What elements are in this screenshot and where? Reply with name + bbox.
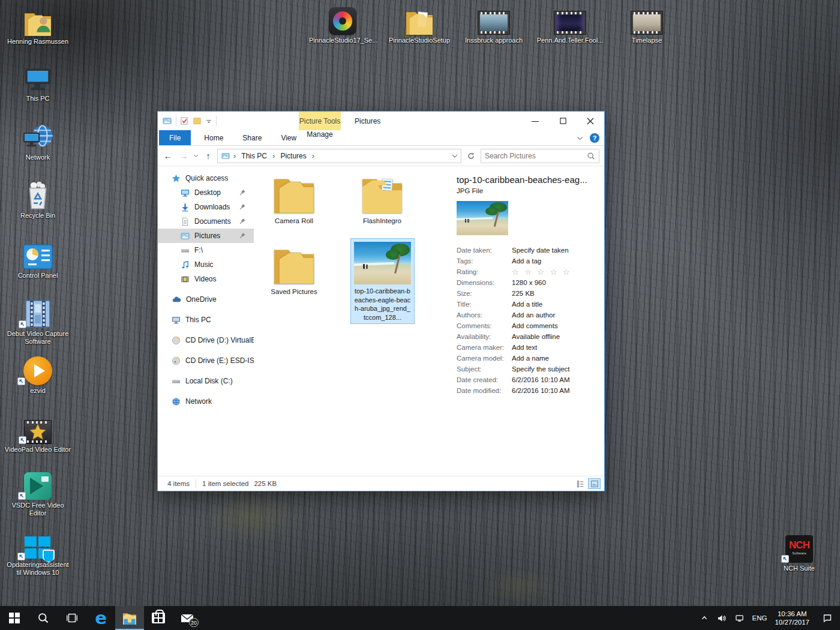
file-explorer-taskbar-button[interactable]	[115, 606, 144, 630]
clock-time: 10:36 AM	[775, 610, 809, 618]
sidebar-item-downloads[interactable]: Downloads	[158, 200, 254, 214]
desktop-icon-label: PinnacleStudio17_Se...	[309, 37, 376, 44]
sidebar-item-this-pc[interactable]: This PC	[158, 313, 254, 327]
breadcrumb-chevron: ›	[233, 151, 236, 160]
ribbon-tab-strip: File Home Share View Manage ?	[158, 130, 604, 146]
breadcrumb-this-pc[interactable]: This PC	[241, 152, 267, 160]
sidebar-item-local-disk-c[interactable]: Local Disk (C:)	[158, 374, 254, 388]
desktop-icon-pinnaclestudiosetup[interactable]: PinnacleStudioSetup	[386, 5, 453, 44]
forward-button[interactable]: →	[177, 151, 190, 161]
details-file-title: top-10-caribbean-beaches-eag...	[457, 175, 597, 185]
nch-suite-icon: NCHSoftware	[766, 533, 833, 563]
ribbon-tab-manage[interactable]: Manage	[299, 130, 341, 139]
desktop-icon-windows-update-assistant[interactable]: Opdateringsassistent til Windows 10	[4, 529, 71, 577]
picture-tools-contextual-tab[interactable]: Picture Tools	[299, 112, 341, 130]
detail-row-date-created: Date created:6/2/2016 10:10 AM	[457, 374, 597, 385]
sidebar-item-pictures[interactable]: Pictures	[158, 229, 254, 243]
sidebar-item-onedrive[interactable]: OneDrive	[158, 292, 254, 307]
sidebar-item-music[interactable]: Music	[158, 257, 254, 272]
setup-folder-icon	[386, 5, 453, 35]
sidebar-item-cd-drive-e[interactable]: CD Drive (E:) ESD-ISO	[158, 353, 254, 368]
shortcut-arrow-icon	[18, 492, 26, 500]
windows-logo-icon	[9, 613, 20, 623]
details-pane: top-10-caribbean-beaches-eag... JPG File…	[449, 166, 604, 475]
rating-stars[interactable]: ☆ ☆ ☆ ☆ ☆	[512, 268, 572, 277]
language-indicator[interactable]: ENG	[752, 614, 767, 622]
title-bar: Picture Tools Pictures —	[158, 112, 604, 130]
start-button[interactable]	[0, 606, 29, 630]
desktop-icon-label: Debut Video Capture Software	[4, 330, 71, 346]
address-bar[interactable]: › This PC › Pictures ›	[217, 149, 461, 163]
refresh-button[interactable]	[464, 149, 478, 163]
help-button[interactable]: ?	[590, 133, 599, 143]
music-icon	[181, 260, 190, 269]
folder-tile-camera-roll[interactable]: Camera Roll	[255, 173, 333, 224]
sidebar-item-quick-access[interactable]: Quick access	[158, 171, 254, 185]
desktop-icon-henning-rasmussen[interactable]: Henning Rasmussen	[4, 6, 71, 46]
close-button[interactable]	[577, 112, 604, 130]
volume-icon[interactable]	[716, 614, 727, 623]
new-folder-button[interactable]	[193, 116, 202, 125]
up-button[interactable]: ↑	[202, 151, 215, 161]
status-bar: 4 items 1 item selected 225 KB	[158, 476, 604, 491]
recent-locations-chevron-icon[interactable]	[193, 152, 199, 159]
desktop-icon-debut[interactable]: Debut Video Capture Software	[4, 298, 71, 346]
action-center-icon[interactable]	[822, 613, 833, 623]
desktop-icon-label: Henning Rasmussen	[4, 38, 71, 46]
back-button[interactable]: ←	[161, 151, 175, 161]
desktop-icon-nch-suite[interactable]: NCHSoftware NCH Suite	[766, 533, 833, 572]
sidebar-item-cd-drive-d[interactable]: CD Drive (D:) VirtualB	[158, 333, 254, 347]
details-view-button[interactable]	[574, 478, 587, 489]
desktop-icon-control-panel[interactable]: Control Panel	[4, 240, 71, 280]
desktop-icon-pinnaclestudio17[interactable]: PinnacleStudio17_Se...	[309, 5, 376, 44]
breadcrumb-pictures[interactable]: Pictures	[280, 152, 306, 160]
pin-icon	[239, 189, 246, 196]
ezvid-icon	[4, 355, 71, 385]
sidebar-item-videos[interactable]: Videos	[158, 272, 254, 286]
task-view-button[interactable]	[58, 606, 86, 630]
maximize-button[interactable]	[549, 112, 577, 130]
minimize-button[interactable]: —	[521, 112, 549, 130]
sidebar-item-f-drive[interactable]: F:\	[158, 243, 254, 257]
folder-tile-flashintegro[interactable]: FlashIntegro	[343, 173, 421, 224]
file-list: Camera Roll Fla	[254, 166, 449, 475]
network-tray-icon[interactable]	[734, 614, 745, 623]
expand-ribbon-chevron-icon[interactable]	[576, 134, 584, 142]
ribbon-tab-home[interactable]: Home	[194, 130, 233, 145]
store-taskbar-button[interactable]	[144, 606, 173, 630]
search-input[interactable]	[485, 152, 583, 160]
vsdc-icon	[4, 470, 71, 500]
taskbar: e 20 ENG 10:36 AM 10/27/2017	[0, 606, 840, 630]
ribbon-tab-file[interactable]: File	[159, 130, 191, 145]
folder-tile-saved-pictures[interactable]: Saved Pictures	[255, 244, 333, 295]
sidebar-item-network[interactable]: Network	[158, 394, 254, 409]
mail-taskbar-button[interactable]: 20	[173, 606, 202, 630]
file-name: Saved Pictures	[255, 288, 333, 295]
local-disk-icon	[172, 377, 181, 386]
image-tile-selected[interactable]: top-10-caribbean-beaches-eagle-beach-aru…	[350, 238, 415, 324]
large-icons-view-button[interactable]	[588, 478, 601, 489]
taskbar-clock[interactable]: 10:36 AM 10/27/2017	[775, 610, 809, 626]
ribbon-tab-share[interactable]: Share	[233, 130, 271, 145]
sidebar-item-desktop[interactable]: Desktop	[158, 185, 254, 200]
desktop-icon-recycle-bin[interactable]: Recycle Bin	[4, 180, 71, 220]
recycle-bin-icon	[4, 180, 71, 210]
taskbar-search-button[interactable]	[29, 606, 58, 630]
explorer-app-icon[interactable]	[162, 116, 172, 125]
show-hidden-icons-chevron[interactable]	[700, 614, 709, 622]
desktop-icon-timelapse[interactable]: Timelapse	[613, 5, 680, 44]
search-icon[interactable]	[587, 152, 595, 160]
desktop-icon-network[interactable]: Network	[4, 122, 71, 161]
sidebar-item-documents[interactable]: Documents	[158, 214, 254, 229]
desktop-icon-ezvid[interactable]: ezvid	[4, 355, 71, 395]
edge-taskbar-button[interactable]: e	[86, 606, 115, 630]
beach-photo-thumbnail	[354, 242, 411, 284]
desktop-icon-penn-and-teller[interactable]: Penn.And.Teller.Fool...	[536, 5, 604, 44]
desktop-icon-this-pc[interactable]: This PC	[4, 63, 71, 103]
desktop-icon-vsdc[interactable]: VSDC Free Video Editor	[4, 470, 71, 517]
desktop-icon-videopad[interactable]: VideoPad Video Editor	[4, 414, 71, 454]
address-dropdown-chevron-icon[interactable]	[451, 152, 458, 160]
customize-qat-chevron-icon[interactable]	[205, 118, 212, 125]
desktop-icon-inssbruck-approach[interactable]: Inssbruck approach	[460, 5, 527, 44]
properties-button[interactable]	[180, 116, 189, 125]
